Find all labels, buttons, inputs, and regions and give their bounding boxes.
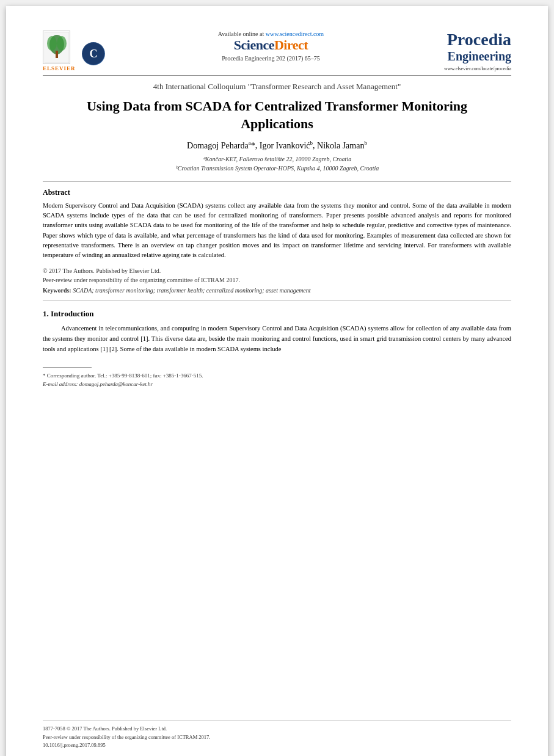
sciencedirect-title: ScienceDirect (128, 37, 414, 53)
svg-point-4 (57, 36, 67, 51)
keywords-text: Keywords: SCADA; transformer monitoring;… (43, 287, 511, 294)
available-online-text: Available online at www.sciencedirect.co… (128, 31, 414, 37)
page: ELSEVIER C Available online at www.scien… (6, 6, 548, 756)
header-center: Available online at www.sciencedirect.co… (128, 31, 414, 62)
header-divider (43, 75, 511, 76)
section-divider-2 (43, 300, 511, 300)
footnote-text: * Corresponding author. Tel.: +385-99-81… (43, 371, 511, 389)
procedia-url: www.elsevier.com/locate/procedia (414, 66, 511, 71)
procedia-title: Procedia (414, 31, 511, 49)
science-text: Science (234, 37, 274, 53)
direct-text: Direct (274, 37, 308, 53)
crossmark-logo: C (82, 42, 105, 65)
introduction-heading: 1. Introduction (43, 309, 511, 319)
page-footer: 1877-7058 © 2017 The Authors. Published … (43, 721, 511, 750)
journal-name: Procedia Engineering 202 (2017) 65–75 (128, 55, 414, 62)
email-line: E-mail address: domagoj.peharda@koncar-k… (43, 380, 511, 388)
svg-text:C: C (89, 48, 97, 60)
elsevier-logo: ELSEVIER (43, 31, 76, 71)
introduction-text: Advancement in telecommunications, and c… (43, 324, 511, 354)
paper-title: Using Data from SCADA for Centralized Tr… (43, 98, 511, 133)
procedia-subtitle: Engineering (414, 49, 511, 64)
affiliations: ᵃKončar-KET, Fallerovo šetalište 22, 100… (43, 154, 511, 173)
sciencedirect-link[interactable]: www.sciencedirect.com (266, 31, 324, 37)
svg-point-3 (47, 36, 57, 51)
abstract-text: Modern Supervisory Control and Data Acqu… (43, 201, 511, 261)
footnote-divider (43, 367, 92, 368)
svg-rect-2 (56, 51, 58, 58)
section-divider-1 (43, 181, 511, 182)
header: ELSEVIER C Available online at www.scien… (43, 31, 511, 71)
elsevier-text: ELSEVIER (43, 65, 76, 71)
elsevier-tree-icon (43, 31, 70, 64)
copyright-text: © 2017 The Authors. Published by Elsevie… (43, 266, 511, 285)
footer-text: 1877-7058 © 2017 The Authors. Published … (43, 725, 511, 750)
header-right: Procedia Engineering www.elsevier.com/lo… (414, 31, 511, 71)
abstract-label: Abstract (43, 188, 511, 197)
header-logos: ELSEVIER C (43, 31, 128, 71)
colloquium-title: 4th International Colloquium "Transforme… (43, 82, 511, 92)
authors: Domagoj Pehardaa*, Igor Ivankovićb, Niko… (43, 140, 511, 151)
